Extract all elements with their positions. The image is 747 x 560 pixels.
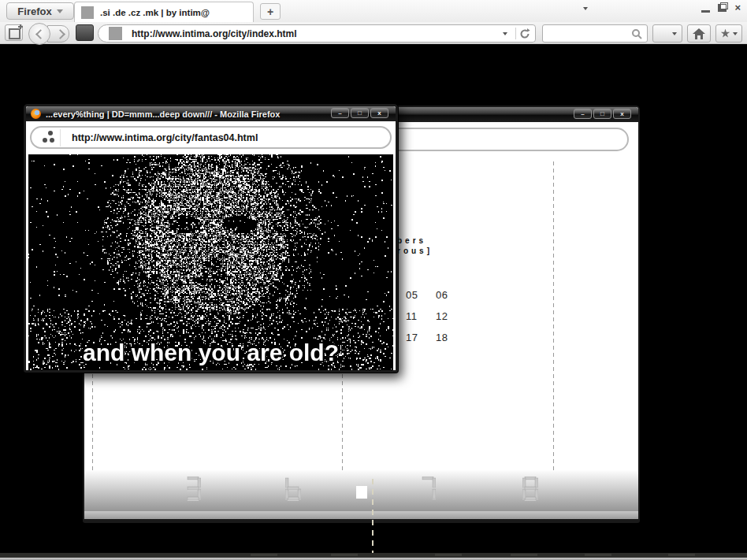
close-button[interactable]: x <box>370 108 388 118</box>
forward-button[interactable] <box>47 25 69 43</box>
browser-toolbar: http://www.intima.org/city/index.html <box>0 22 747 44</box>
home-icon <box>693 28 705 39</box>
forward-arrow-icon <box>55 29 65 39</box>
dithered-portrait-canvas <box>28 154 393 370</box>
current-page-marker <box>356 486 367 499</box>
number-link[interactable]: 17 <box>406 332 436 353</box>
tab-groups-icon <box>9 28 20 39</box>
minimize-button[interactable] <box>701 10 710 13</box>
number-link[interactable]: 06 <box>436 289 466 310</box>
browser-titlebar[interactable]: Firefox .si .de .cz .mk | by intim@ + × <box>0 0 747 22</box>
numbers-menu: 05 06 11 12 17 18 <box>406 289 466 353</box>
tab-intima[interactable]: .si .de .cz .mk | by intim@ <box>74 2 254 22</box>
dithered-portrait-image: and when you are old? <box>28 154 393 370</box>
fragment-line: bers <box>397 235 433 246</box>
chevron-down-icon <box>672 32 677 35</box>
firefox-app-button[interactable]: Firefox <box>6 2 74 20</box>
front-popup-urlrow: http://www.intima.org/city/fantas04.html <box>26 121 396 154</box>
search-bar[interactable] <box>542 24 648 43</box>
url-text: http://www.intima.org/city/index.html <box>132 28 503 39</box>
minimize-button[interactable]: – <box>331 108 349 118</box>
tab-favicon-placeholder-icon <box>81 6 94 19</box>
chevron-down-icon <box>733 32 738 35</box>
number-link[interactable]: 12 <box>436 310 466 332</box>
back-button[interactable] <box>28 23 50 45</box>
bookmarks-menu-button[interactable] <box>715 24 742 43</box>
minimize-button[interactable]: – <box>574 109 592 119</box>
url-bar[interactable]: http://www.intima.org/city/index.html <box>98 24 536 43</box>
urlbar-favicon-placeholder-icon <box>109 27 122 40</box>
back-popup-window-controls: – □ x <box>574 109 631 119</box>
back-arrow-icon <box>35 29 46 39</box>
close-button[interactable]: × <box>734 3 741 13</box>
front-popup-titlebar[interactable]: ...every%thing | DD=mmm...deep down/// -… <box>26 106 396 121</box>
site-favicon-icon <box>39 129 61 146</box>
dashed-divider <box>553 161 554 470</box>
number-link[interactable]: 18 <box>436 332 466 353</box>
list-all-tabs-icon[interactable] <box>583 7 588 10</box>
front-popup-title: ...every%thing | DD=mmm...deep down/// -… <box>46 109 280 119</box>
home-button[interactable] <box>687 24 711 43</box>
text-fragments: bers rous] <box>397 235 433 256</box>
window-controls: × <box>701 3 741 13</box>
image-caption: and when you are old? <box>28 339 393 366</box>
star-icon <box>721 29 730 39</box>
tab-groups-button[interactable] <box>5 24 23 41</box>
search-icon[interactable] <box>631 28 642 39</box>
pager-band <box>84 470 638 511</box>
fragment-line: rous] <box>397 246 433 256</box>
firefox-app-button-label: Firefox <box>17 6 51 17</box>
page-viewport: – □ x bers rous] 05 06 11 <box>0 44 747 560</box>
statusbar-strip <box>84 511 638 519</box>
front-popup-window-controls: – □ x <box>331 108 388 118</box>
restore-button[interactable] <box>718 4 727 12</box>
close-button[interactable]: x <box>613 109 631 119</box>
number-link[interactable]: 11 <box>406 310 436 332</box>
number-link[interactable]: 05 <box>406 289 436 310</box>
toolbar-dropdown-button[interactable] <box>652 24 682 43</box>
pager-digit-7[interactable] <box>420 477 436 500</box>
dashed-divider-vertical <box>372 479 374 560</box>
search-input[interactable] <box>543 26 630 41</box>
chevron-down-icon <box>57 9 63 13</box>
maximize-button[interactable]: □ <box>351 108 369 118</box>
reload-icon[interactable] <box>519 28 530 39</box>
tab-title: .si .de .cz .mk | by intim@ <box>100 8 210 17</box>
pager-digit-6[interactable] <box>285 477 301 500</box>
maximize-button[interactable]: □ <box>593 109 611 119</box>
bookmark-star-button[interactable] <box>76 24 94 41</box>
url-history-dropdown-icon[interactable] <box>503 32 507 35</box>
front-popup-window: ...every%thing | DD=mmm...deep down/// -… <box>24 104 398 373</box>
front-popup-url-text: http://www.intima.org/city/fantas04.html <box>72 132 258 143</box>
new-tab-button[interactable]: + <box>260 3 281 20</box>
desktop-screen: Firefox .si .de .cz .mk | by intim@ + × <box>0 0 747 560</box>
pager-digit-3[interactable] <box>185 477 201 500</box>
urlbar-divider <box>515 28 516 39</box>
front-popup-url-bar[interactable]: http://www.intima.org/city/fantas04.html <box>30 126 392 149</box>
firefox-logo-icon <box>31 109 41 119</box>
pager-digit-8[interactable] <box>522 477 538 500</box>
